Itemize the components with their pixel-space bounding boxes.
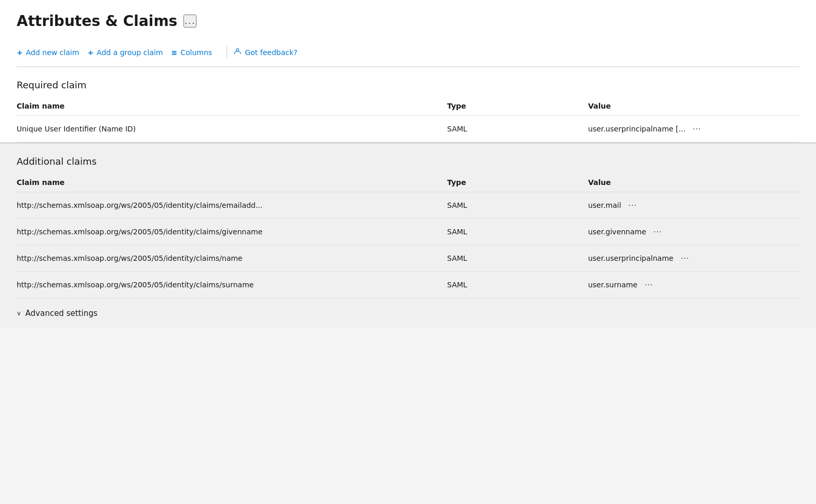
- type-cell: SAML: [447, 245, 588, 272]
- advanced-settings-section[interactable]: ∨ Advanced settings: [0, 298, 816, 328]
- toolbar-separator: [227, 46, 227, 59]
- value-text: user.userprincipalname [...: [588, 125, 686, 133]
- type-cell: SAML: [447, 219, 588, 245]
- table-row[interactable]: Unique User Identifier (Name ID) SAML us…: [17, 116, 799, 142]
- value-text: user.givenname: [588, 228, 646, 236]
- value-text: user.surname: [588, 281, 637, 289]
- feedback-label: Got feedback?: [245, 48, 297, 57]
- feedback-button[interactable]: Got feedback?: [233, 44, 306, 60]
- row-more-button[interactable]: ···: [650, 226, 665, 237]
- chevron-down-icon: ∨: [17, 310, 21, 317]
- svg-point-0: [236, 49, 239, 51]
- table-row[interactable]: http://schemas.xmlsoap.org/ws/2005/05/id…: [17, 272, 799, 298]
- table-row[interactable]: http://schemas.xmlsoap.org/ws/2005/05/id…: [17, 245, 799, 272]
- row-more-button[interactable]: ···: [641, 279, 656, 290]
- claim-name-cell: http://schemas.xmlsoap.org/ws/2005/05/id…: [17, 245, 447, 272]
- required-claims-section: Required claim Claim name Type Value Uni…: [0, 67, 816, 142]
- plus-icon-2: +: [87, 48, 94, 57]
- additional-col-type: Type: [447, 173, 588, 192]
- row-more-button[interactable]: ···: [625, 200, 640, 211]
- add-new-claim-button[interactable]: + Add new claim: [17, 45, 87, 60]
- claim-name-cell: http://schemas.xmlsoap.org/ws/2005/05/id…: [17, 219, 447, 245]
- additional-claims-section: Additional claims Claim name Type Value …: [0, 143, 816, 298]
- required-claims-header-row: Claim name Type Value: [17, 97, 799, 116]
- additional-claims-header-row: Claim name Type Value: [17, 173, 799, 192]
- additional-col-claim-name: Claim name: [17, 173, 447, 192]
- type-cell: SAML: [447, 192, 588, 219]
- columns-button[interactable]: ≡ Columns: [172, 45, 221, 60]
- value-text: user.userprincipalname: [588, 254, 673, 262]
- additional-col-value: Value: [588, 173, 799, 192]
- claim-name-cell: http://schemas.xmlsoap.org/ws/2005/05/id…: [17, 272, 447, 298]
- plus-icon: +: [17, 48, 23, 57]
- claim-name-cell: http://schemas.xmlsoap.org/ws/2005/05/id…: [17, 192, 447, 219]
- required-col-claim-name: Claim name: [17, 97, 447, 116]
- toolbar: + Add new claim + Add a group claim ≡ Co…: [17, 38, 799, 67]
- required-claims-table: Claim name Type Value Unique User Identi…: [17, 97, 799, 142]
- page-title: Attributes & Claims: [17, 12, 177, 30]
- add-group-claim-label: Add a group claim: [97, 48, 163, 57]
- table-row[interactable]: http://schemas.xmlsoap.org/ws/2005/05/id…: [17, 192, 799, 219]
- value-cell: user.surname ···: [588, 272, 799, 298]
- row-more-button[interactable]: ···: [678, 253, 692, 264]
- header-ellipsis-button[interactable]: ...: [183, 15, 196, 28]
- add-group-claim-button[interactable]: + Add a group claim: [87, 45, 171, 60]
- claim-name-cell: Unique User Identifier (Name ID): [17, 116, 447, 142]
- additional-claims-title: Additional claims: [17, 143, 799, 173]
- page-title-row: Attributes & Claims ...: [17, 12, 799, 38]
- add-new-claim-label: Add new claim: [26, 48, 80, 57]
- value-cell: user.userprincipalname [... ···: [588, 116, 799, 142]
- type-cell: SAML: [447, 272, 588, 298]
- type-cell: SAML: [447, 116, 588, 142]
- columns-icon: ≡: [172, 48, 178, 57]
- page-container: Attributes & Claims ... + Add new claim …: [0, 0, 816, 504]
- row-more-button[interactable]: ···: [690, 123, 704, 135]
- value-cell: user.mail ···: [588, 192, 799, 219]
- value-cell: user.givenname ···: [588, 219, 799, 245]
- required-col-type: Type: [447, 97, 588, 116]
- additional-claims-table: Claim name Type Value http://schemas.xml…: [17, 173, 799, 298]
- advanced-settings-label: Advanced settings: [25, 309, 98, 318]
- columns-label: Columns: [180, 48, 212, 57]
- feedback-icon: [233, 47, 242, 57]
- value-text: user.mail: [588, 201, 621, 209]
- table-row[interactable]: http://schemas.xmlsoap.org/ws/2005/05/id…: [17, 219, 799, 245]
- header-section: Attributes & Claims ... + Add new claim …: [0, 0, 816, 67]
- value-cell: user.userprincipalname ···: [588, 245, 799, 272]
- required-claim-title: Required claim: [17, 67, 799, 97]
- required-col-value: Value: [588, 97, 799, 116]
